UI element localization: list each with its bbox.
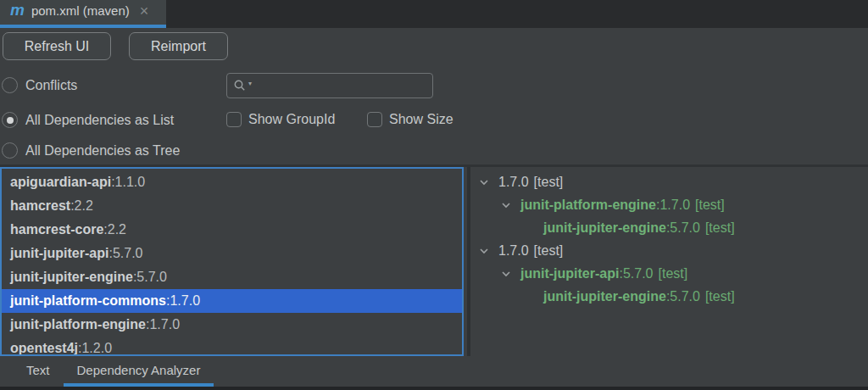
editor-bottom-tab-bar: Text Dependency Analyzer [0,356,868,387]
dependency-version: 2.2 [108,222,126,237]
tree-node-version[interactable]: 1.7.0 [test] [471,239,868,262]
conflicts-radio[interactable] [2,77,18,93]
all-dependencies-as-list-radio[interactable] [2,112,18,128]
window-bottom-edge [0,387,868,390]
dependency-name: junit-jupiter-engine [543,220,666,236]
list-item[interactable]: opentest4j : 1.2.0 [2,337,462,356]
dependency-name: junit-jupiter-api [520,266,619,281]
show-size-checkbox[interactable] [367,112,382,127]
dependency-version: 5.7.0 [136,270,167,285]
tree-node-dependency[interactable]: junit-jupiter-engine : 5.7.0 [test] [471,216,868,239]
all-dependencies-as-list-label: All Dependencies as List [25,113,174,128]
conflicts-label: Conflicts [25,78,77,93]
dependency-version: 5.7.0 [113,246,143,261]
list-item[interactable]: hamcrest-core : 2.2 [2,218,462,242]
tree-node-dependency[interactable]: junit-jupiter-api : 5.7.0 [test] [471,262,868,285]
editor-tab-pom-xml[interactable]: m pom.xml (maven) × [0,0,166,28]
list-item[interactable]: junit-jupiter-api : 5.7.0 [2,242,462,265]
dependency-name: junit-platform-commons [10,293,166,309]
list-item[interactable]: apiguardian-api : 1.1.0 [2,170,462,194]
tree-scope-label: [test] [534,175,564,190]
all-dependencies-as-tree-label: All Dependencies as Tree [25,143,180,159]
editor-tab-title: pom.xml (maven) [31,3,130,18]
tree-version-label: 1.7.0 [498,243,529,259]
tree-scope-label: [test] [705,220,735,236]
dependency-name: apiguardian-api [10,175,111,190]
tree-scope-label: [test] [658,266,687,281]
reimport-button[interactable]: Reimport [129,32,228,60]
all-dependencies-list-radio-row: All Dependencies as List [2,112,174,128]
dependency-name: junit-jupiter-engine [543,289,666,304]
show-groupid-checkbox[interactable] [226,112,242,127]
dependency-version: 5.7.0 [670,289,700,304]
tab-text[interactable]: Text [13,356,64,387]
show-size-checkbox-row: Show Size [367,112,453,127]
dependency-version: 1.7.0 [170,293,200,309]
list-item[interactable]: junit-platform-engine : 1.7.0 [2,313,462,337]
list-item[interactable]: junit-jupiter-engine : 5.7.0 [2,265,462,289]
dependency-version: 1.7.0 [659,198,690,213]
editor-tab-bar: m pom.xml (maven) × [0,0,868,28]
dependency-version: 1.7.0 [149,317,180,332]
dependency-name: junit-jupiter-api [10,246,108,261]
dependency-version: 5.7.0 [670,220,700,236]
tree-scope-label: [test] [705,289,735,304]
close-icon[interactable]: × [140,3,149,19]
all-dependencies-tree-radio-row: All Dependencies as Tree [2,142,180,159]
show-size-label: Show Size [389,112,453,127]
dependency-version: 1.2.0 [81,341,112,356]
maven-dependency-analyzer-window: m pom.xml (maven) × Refresh UI Reimport … [0,0,868,390]
tree-scope-label: [test] [534,243,564,259]
dependency-name: hamcrest-core [10,222,103,237]
dependency-list-panel[interactable]: apiguardian-api : 1.1.0 hamcrest : 2.2 h… [0,167,464,356]
tree-node-dependency[interactable]: junit-jupiter-engine : 5.7.0 [test] [471,285,868,308]
dependency-name: hamcrest [10,198,70,214]
chevron-down-icon[interactable] [478,244,498,258]
dependency-usages-tree-panel[interactable]: 1.7.0 [test] junit-platform-engine : 1.7… [471,167,868,356]
search-icon [233,79,247,92]
tree-node-dependency[interactable]: junit-platform-engine : 1.7.0 [test] [471,193,868,216]
chevron-down-icon[interactable] [500,198,520,212]
dependency-name: junit-platform-engine [520,198,656,213]
chevron-down-icon[interactable] [500,267,520,281]
dependency-version: 2.2 [75,198,93,214]
show-groupid-label: Show GroupId [248,112,335,127]
tree-node-version[interactable]: 1.7.0 [test] [471,170,868,193]
dependency-name: junit-jupiter-engine [10,270,133,285]
list-item-selected[interactable]: junit-platform-commons : 1.7.0 [2,289,462,313]
conflicts-radio-row: Conflicts [2,77,77,93]
dependency-name: junit-platform-engine [10,317,146,332]
dependency-version: 1.1.0 [115,175,146,190]
panel-splitter[interactable] [467,167,470,356]
refresh-ui-button[interactable]: Refresh UI [3,32,111,60]
all-dependencies-as-tree-radio[interactable] [2,142,18,159]
search-input[interactable]: ▾ [226,73,433,98]
dependency-name: opentest4j [10,341,78,356]
search-history-chevron-icon[interactable]: ▾ [248,80,252,87]
tree-version-label: 1.7.0 [498,175,529,190]
tab-dependency-analyzer[interactable]: Dependency Analyzer [64,356,214,387]
show-groupid-checkbox-row: Show GroupId [226,112,335,127]
tree-scope-label: [test] [695,198,725,213]
maven-icon: m [10,2,25,18]
dependency-version: 5.7.0 [623,266,654,281]
list-item[interactable]: hamcrest : 2.2 [2,194,462,218]
chevron-down-icon[interactable] [478,176,498,189]
